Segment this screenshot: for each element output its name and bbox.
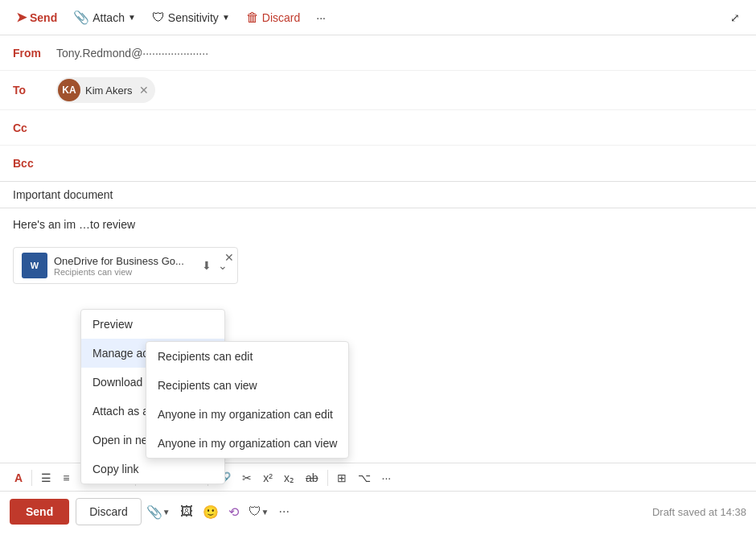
emoji-button[interactable]: 🙂: [198, 501, 224, 523]
remove-recipient-button[interactable]: ✕: [139, 84, 149, 97]
font-color-button[interactable]: A: [10, 468, 27, 488]
attachment-info: OneDrive for Business Go... Recipients c…: [54, 255, 194, 277]
loop-icon: ⟲: [228, 504, 239, 520]
attach-bottom-button[interactable]: 📎 ▼: [142, 501, 175, 523]
bcc-field[interactable]: [53, 157, 743, 170]
submenu-item-recipients-view[interactable]: Recipients can view: [146, 371, 348, 400]
org-can-edit-label: Anyone in my organization can edit: [158, 408, 333, 421]
superscript-button[interactable]: x²: [258, 468, 277, 488]
strikethrough-button[interactable]: ab: [301, 468, 323, 488]
loop-button[interactable]: ⟲: [224, 501, 244, 523]
preview-label: Preview: [92, 318, 133, 331]
emoji-icon: 🙂: [203, 504, 219, 520]
table-button[interactable]: ⊞: [332, 468, 351, 488]
sensitivity-bottom-icon: 🛡: [249, 504, 261, 519]
attach-icon: 📎: [73, 10, 89, 25]
attach-bottom-chevron-icon: ▼: [162, 508, 171, 516]
subject-value: Important document: [13, 188, 113, 201]
more-bottom-button[interactable]: ···: [274, 501, 294, 522]
cc-row: Cc: [0, 110, 756, 146]
submenu: Recipients can edit Recipients can view …: [146, 341, 349, 459]
sensitivity-icon: 🛡: [152, 10, 165, 25]
draft-saved-status: Draft saved at 14:38: [652, 506, 746, 518]
submenu-item-recipients-edit[interactable]: Recipients can edit: [146, 342, 348, 371]
format-more-button[interactable]: ···: [377, 468, 396, 488]
org-can-view-label: Anyone in my organization can view: [158, 437, 337, 450]
email-compose-area: From Tony.Redmond@····················· …: [0, 35, 756, 532]
sensitivity-label: Sensitivity: [168, 11, 219, 24]
to-row: To KA Kim Akers ✕: [0, 71, 756, 110]
bullet-list-button[interactable]: ☰: [36, 468, 56, 488]
image-button[interactable]: 🖼: [175, 501, 198, 522]
subject-row[interactable]: Important document: [0, 182, 756, 208]
send-icon: ➤: [16, 10, 27, 25]
sensitivity-bottom-chevron-icon: ▼: [261, 508, 269, 516]
fmt-divider-4: [327, 470, 328, 486]
attach-button[interactable]: 📎 Attach ▼: [67, 6, 142, 28]
attachment-area: W OneDrive for Business Go... Recipients…: [13, 247, 743, 284]
subscript-button[interactable]: x₂: [279, 468, 299, 488]
to-label: To: [13, 77, 53, 103]
more-label: ···: [316, 11, 326, 24]
email-fields: From Tony.Redmond@····················· …: [0, 35, 756, 182]
expand-button[interactable]: ⤢: [724, 8, 746, 27]
highlight-button[interactable]: ✂: [237, 468, 257, 488]
attachment-card[interactable]: W OneDrive for Business Go... Recipients…: [13, 247, 238, 284]
attachment-download-button[interactable]: ⬇: [200, 257, 213, 274]
from-row: From Tony.Redmond@·····················: [0, 35, 756, 71]
recipients-can-edit-label: Recipients can edit: [158, 350, 253, 363]
menu-item-copy-link[interactable]: Copy link: [81, 455, 224, 484]
send-bottom-button[interactable]: Send: [10, 499, 69, 525]
body-text: Here's an im: [13, 212, 76, 237]
code-button[interactable]: ⌥: [353, 468, 376, 488]
from-label: From: [13, 40, 53, 66]
sensitivity-bottom-button[interactable]: 🛡 ▼: [244, 501, 274, 522]
cc-field[interactable]: [53, 121, 743, 134]
more-button[interactable]: ···: [310, 8, 332, 27]
bcc-row: Bcc: [0, 146, 756, 181]
more-bottom-icon: ···: [279, 504, 290, 519]
bcc-label: Bcc: [13, 150, 53, 176]
email-body[interactable]: Here's an im …to review: [0, 208, 756, 241]
discard-label: Discard: [262, 11, 300, 24]
discard-bottom-button[interactable]: Discard: [76, 498, 141, 525]
from-value: Tony.Redmond@·····················: [53, 40, 743, 66]
avatar: KA: [58, 79, 80, 101]
submenu-item-org-edit[interactable]: Anyone in my organization can edit: [146, 400, 348, 429]
body-text-cont: …to review: [79, 212, 135, 237]
recipient-name: Kim Akers: [85, 84, 133, 97]
download-label: Download: [92, 376, 142, 389]
menu-item-preview[interactable]: Preview: [81, 310, 224, 339]
image-icon: 🖼: [180, 504, 193, 519]
bottom-bar: Send Discard 📎 ▼ 🖼 🙂 ⟲ 🛡 ▼ ··· Draft sav…: [0, 491, 756, 532]
to-field[interactable]: KA Kim Akers ✕: [53, 71, 743, 109]
discard-button[interactable]: 🗑 Discard: [240, 7, 306, 28]
attach-chevron-icon: ▼: [128, 13, 136, 22]
numbered-list-button[interactable]: ≡: [58, 468, 74, 488]
send-label: Send: [30, 11, 57, 24]
word-icon: W: [22, 253, 47, 278]
fmt-divider-1: [31, 470, 32, 486]
attachment-name: OneDrive for Business Go...: [54, 255, 194, 267]
cc-label: Cc: [13, 115, 53, 141]
expand-icon: ⤢: [730, 11, 740, 24]
attachment-permission: Recipients can view: [54, 267, 194, 277]
attach-bottom-icon: 📎: [146, 504, 162, 520]
recipients-can-view-label: Recipients can view: [158, 379, 257, 392]
sensitivity-button[interactable]: 🛡 Sensitivity ▼: [146, 7, 236, 28]
top-toolbar: ➤ Send 📎 Attach ▼ 🛡 Sensitivity ▼ 🗑 Disc…: [0, 0, 756, 35]
attach-label: Attach: [92, 11, 125, 24]
copy-link-label: Copy link: [92, 463, 139, 475]
recipient-chip[interactable]: KA Kim Akers ✕: [56, 77, 155, 103]
attachment-close-button[interactable]: ✕: [223, 249, 236, 265]
sensitivity-chevron-icon: ▼: [222, 13, 230, 22]
submenu-item-org-view[interactable]: Anyone in my organization can view: [146, 429, 348, 458]
discard-icon: 🗑: [246, 10, 259, 25]
send-button[interactable]: ➤ Send: [10, 6, 64, 28]
